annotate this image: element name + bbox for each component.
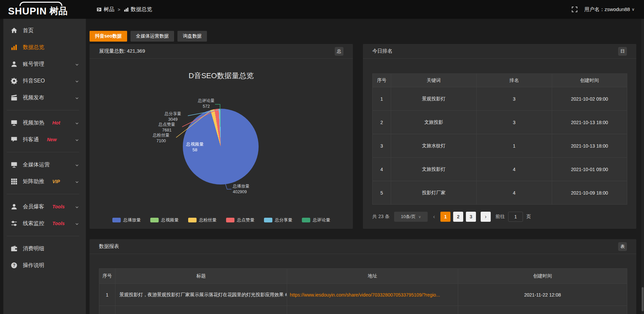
legend-item-3[interactable]: 总点赞量 bbox=[226, 217, 255, 223]
report-cell-link[interactable]: https://www.iesdouyin.com/share/video/70… bbox=[287, 284, 458, 306]
ranking-panel: 今日排名 日 序号关键词排名创建时间 1景观投影灯32021-10-02 09:… bbox=[363, 44, 636, 229]
sidebar-item-badge: Tools bbox=[52, 221, 65, 226]
sidebar-divider bbox=[7, 194, 79, 194]
legend-label: 总播放量 bbox=[123, 217, 141, 223]
overview-total-label: 展现量总数: 421,369 bbox=[99, 48, 145, 54]
ranking-cell: 1 bbox=[477, 134, 552, 158]
tab-inquiry-data[interactable]: 询盘数据 bbox=[177, 31, 207, 42]
report-table-header-row: 序号标题地址创建时间 bbox=[99, 269, 627, 284]
chevron-down-icon bbox=[75, 79, 79, 83]
sidebar-item-label: 全媒体运营 bbox=[23, 161, 50, 168]
ranking-table-row: 3文旅水纹灯12021-10-13 18:00 bbox=[373, 134, 627, 158]
sidebar-item-matrix-boost[interactable]: 矩阵助推 VIP bbox=[0, 173, 86, 190]
report-column-header: 地址 bbox=[287, 269, 458, 284]
tab-douyin-seo-data[interactable]: 抖音seo数据 bbox=[90, 31, 127, 42]
sidebar-item-label: 首页 bbox=[23, 27, 34, 34]
user-menu[interactable]: 用户名：zswodun88 ∨ bbox=[584, 6, 635, 13]
page-number-1[interactable]: 1 bbox=[440, 212, 450, 222]
total-badge[interactable]: 总 bbox=[335, 47, 343, 56]
sidebar-item-douyin-seo[interactable]: 抖音SEO bbox=[0, 72, 86, 89]
report-panel: 数据报表 表 序号标题地址创建时间 1 景观投影灯，夜游景观投影灯厂家展示展示落… bbox=[90, 239, 636, 314]
screen-icon bbox=[11, 161, 17, 168]
ranking-table-row: 4文旅投影灯42021-10-01 09:00 bbox=[373, 158, 627, 181]
ranking-title: 今日排名 bbox=[372, 48, 392, 54]
goto-page-input[interactable] bbox=[508, 212, 523, 222]
report-cell-time: 2021-11-22 12:08 bbox=[458, 284, 627, 306]
report-cell-title: 景观投影灯，夜游景观投影灯厂家展示展示落花灯在花园里的灯光投影应用效果 # bbox=[115, 284, 287, 306]
prev-page-button[interactable]: ‹ bbox=[432, 213, 436, 220]
pie-label-plays: 总播放量402909 bbox=[233, 184, 270, 195]
ranking-cell: 文旅投影灯 bbox=[391, 158, 477, 181]
page-size-select[interactable]: 10条/页 ∨ bbox=[394, 212, 428, 222]
ranking-cell: 3 bbox=[477, 87, 552, 111]
legend-item-0[interactable]: 总播放量 bbox=[112, 217, 141, 223]
breadcrumb-item-current[interactable]: 数据总览 bbox=[124, 6, 152, 13]
ranking-cell: 5 bbox=[373, 181, 391, 205]
sidebar-item-data-overview[interactable]: 数据总览 bbox=[0, 39, 86, 56]
sidebar-nav: 首页 数据总览 账号管理 抖音SEO 视频发布 bbox=[0, 22, 86, 274]
main-content: 抖音seo数据全媒体运营数据询盘数据 展现量总数: 421,369 总 D音SE… bbox=[86, 19, 644, 314]
table-badge[interactable]: 表 bbox=[618, 242, 627, 251]
tab-media-operation-data[interactable]: 全媒体运营数据 bbox=[130, 31, 174, 42]
scrollbar-thumb[interactable] bbox=[642, 287, 644, 311]
sidebar-item-help[interactable]: ? 操作说明 bbox=[0, 257, 86, 274]
sidebar-item-media-operation[interactable]: 全媒体运营 bbox=[0, 156, 86, 173]
sidebar-edge-strip bbox=[0, 19, 3, 314]
report-title: 数据报表 bbox=[99, 243, 119, 250]
pie-label-comments: 总评论量572 bbox=[195, 98, 218, 109]
ranking-cell: 4 bbox=[477, 181, 552, 205]
breadcrumb-label: 数据总览 bbox=[131, 6, 152, 13]
day-badge[interactable]: 日 bbox=[618, 47, 627, 56]
sidebar-item-douketong[interactable]: 抖客通 New bbox=[0, 131, 86, 148]
chevron-down-icon bbox=[75, 62, 79, 66]
legend-item-5[interactable]: 总评论量 bbox=[302, 217, 330, 223]
chat-icon bbox=[11, 136, 17, 143]
ranking-cell: 2021-10-01 09:00 bbox=[552, 158, 627, 181]
pagination-total: 共 23 条 bbox=[372, 214, 389, 220]
sidebar-divider bbox=[7, 236, 79, 236]
chevron-down-icon bbox=[75, 138, 79, 142]
sidebar-item-home[interactable]: 首页 bbox=[0, 22, 86, 39]
chevron-down-icon bbox=[75, 163, 79, 167]
pie-label-fans: 总粉丝量7100 bbox=[147, 133, 175, 144]
report-table-body: 1 景观投影灯，夜游景观投影灯厂家展示展示落花灯在花园里的灯光投影应用效果 # … bbox=[99, 284, 627, 314]
logo-text-en: SHUPIN bbox=[8, 6, 47, 16]
sidebar-item-video-heat[interactable]: 视频加热 Hot bbox=[0, 114, 86, 131]
next-page-button[interactable]: › bbox=[481, 212, 491, 222]
page-number-2[interactable]: 2 bbox=[453, 212, 463, 222]
sidebar-item-badge: Hot bbox=[52, 120, 60, 125]
sidebar-item-member-baoke[interactable]: 会员爆客 Tools bbox=[0, 198, 86, 215]
ranking-cell: 3 bbox=[477, 111, 552, 134]
home-icon bbox=[11, 27, 17, 34]
header-right: 用户名：zswodun88 ∨ bbox=[572, 6, 644, 13]
sidebar-item-badge: Tools bbox=[52, 204, 65, 209]
pie-label-likes: 总点赞量7681 bbox=[153, 122, 181, 133]
screen-icon bbox=[11, 119, 17, 126]
sidebar-item-clue-monitor[interactable]: 线索监控 Tools bbox=[0, 215, 86, 232]
question-icon: ? bbox=[11, 262, 17, 269]
sidebar-item-label: 视频加热 bbox=[23, 119, 44, 126]
page-scrollbar[interactable] bbox=[641, 19, 644, 314]
legend-item-1[interactable]: 总视频量 bbox=[150, 217, 179, 223]
sidebar-item-label: 线索监控 bbox=[23, 220, 44, 227]
ranking-table-header-row: 序号关键词排名创建时间 bbox=[373, 74, 627, 87]
sidebar-item-label: 视频发布 bbox=[23, 94, 44, 101]
legend-item-2[interactable]: 总粉丝量 bbox=[188, 217, 217, 223]
legend-label: 总点赞量 bbox=[237, 217, 255, 223]
breadcrumb-item-home[interactable]: 树品 bbox=[97, 6, 114, 13]
sliders-icon bbox=[11, 220, 17, 227]
ranking-column-header: 创建时间 bbox=[552, 74, 627, 87]
report-table-row-partial bbox=[99, 306, 627, 314]
sidebar-item-video-publish[interactable]: 视频发布 bbox=[0, 89, 86, 106]
chart-icon bbox=[11, 44, 17, 51]
logo-text-cn: 树品 bbox=[50, 7, 68, 16]
ranking-column-header: 关键词 bbox=[391, 74, 477, 87]
page-number-3[interactable]: 3 bbox=[466, 212, 476, 222]
logo-arc bbox=[19, 2, 62, 6]
sidebar-item-consume-detail[interactable]: 消费明细 bbox=[0, 240, 86, 257]
legend-item-4[interactable]: 总分享量 bbox=[264, 217, 292, 223]
ranking-cell: 文旅投影 bbox=[391, 111, 477, 134]
fullscreen-icon[interactable] bbox=[572, 6, 578, 12]
ranking-table-row: 1景观投影灯32021-10-02 09:00 bbox=[373, 87, 627, 111]
sidebar-item-account-manage[interactable]: 账号管理 bbox=[0, 56, 86, 72]
